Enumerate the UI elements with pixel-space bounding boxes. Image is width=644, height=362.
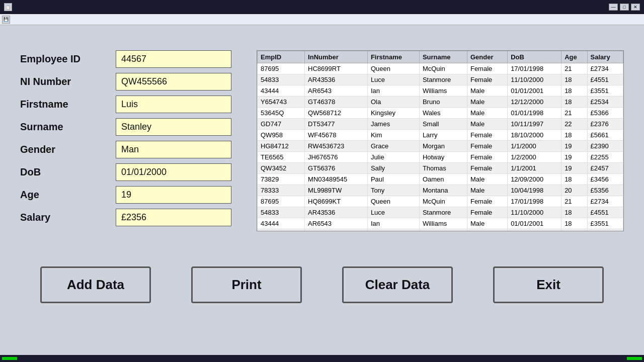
cell-salary: £2390 [587,141,623,152]
input-employee-id[interactable] [116,50,231,68]
table-row[interactable]: Y654743GT46378OlaBrunoMale12/12/200018£2… [258,229,623,232]
cell-empid: 53645Q [258,108,305,119]
table-header-row: EmpIDInNumberFirstnameSurnameGenderDoBAg… [258,51,623,63]
form-row-age: Age [20,186,247,204]
cell-gender: Female [467,152,507,163]
cell-firstname: Luce [367,207,419,218]
cell-firstname: Ian [367,218,419,229]
input-ni-number[interactable] [116,73,231,90]
label-surname: Surname [20,121,111,133]
cell-firstname: Queen [367,63,419,74]
cell-innumber: AR6543 [305,85,368,97]
cell-surname: McQuin [419,63,467,74]
cell-surname: Morgan [419,141,467,152]
form-row-salary: Salary [20,209,247,226]
cell-age: 18 [561,174,587,185]
cell-gender: Male [467,229,507,232]
form-row-gender: Gender [20,141,247,158]
cell-salary: £2734 [587,196,623,207]
label-ni-number: NI Number [20,76,111,87]
col-header-dob: DoB [508,51,561,63]
label-gender: Gender [20,144,111,155]
cell-age: 19 [561,152,587,163]
cell-empid: 43444 [258,85,305,97]
cell-salary: £2734 [587,63,623,74]
window-controls[interactable]: — □ ✕ [609,4,640,11]
table-row[interactable]: 78333ML9989TWTonyMontanaMale10/04/199820… [258,185,623,196]
cell-gender: Male [467,85,507,97]
input-surname[interactable] [116,118,231,136]
table-row[interactable]: 87695HC8699RTQueenMcQuinFemale17/01/1998… [258,63,623,74]
label-employee-id: Employee ID [20,53,111,65]
cell-empid: 87695 [258,63,305,74]
form-row-surname: Surname [20,118,247,136]
cell-empid: 78333 [258,185,305,196]
table-row[interactable]: 87695HQ8699KTQueenMcQuinFemale17/01/1998… [258,196,623,207]
clear-data-button[interactable]: Clear Data [342,266,453,303]
table-row[interactable]: 54833AR43536LuceStanmoreFemale11/10/2000… [258,74,623,85]
table-row[interactable]: 53645QQW568712KingsleyWalesMale01/01/199… [258,108,623,119]
table-row[interactable]: 73829MN03489545PaulOamenMale12/09/200018… [258,174,623,185]
add-data-button[interactable]: Add Data [40,266,151,303]
cell-surname: McQuin [419,196,467,207]
table-row[interactable]: QW3452GT56376SallyThomasFemale1/1/200119… [258,163,623,174]
cell-gender: Male [467,119,507,130]
cell-age: 19 [561,141,587,152]
table-row[interactable]: Y654743GT46378OlaBrunoMale12/12/200018£2… [258,97,623,108]
cell-dob: 01/01/2001 [508,85,561,97]
employee-table: EmpIDInNumberFirstnameSurnameGenderDoBAg… [257,51,623,231]
cell-age: 19 [561,163,587,174]
cell-age: 18 [561,97,587,108]
table-header: EmpIDInNumberFirstnameSurnameGenderDoBAg… [258,51,623,63]
cell-innumber: AR6543 [305,218,368,229]
cell-salary: £5661 [587,130,623,141]
input-salary[interactable] [116,209,231,226]
table-row[interactable]: 43444AR6543IanWilliamsMale01/01/200118£3… [258,85,623,97]
cell-innumber: GT46378 [305,229,368,232]
cell-age: 18 [561,85,587,97]
input-age[interactable] [116,186,231,204]
cell-firstname: Paul [367,174,419,185]
cell-innumber: AR43536 [305,74,368,85]
exit-button[interactable]: Exit [493,266,604,303]
cell-innumber: AR43536 [305,207,368,218]
label-firstname: Firstname [20,99,111,110]
input-firstname[interactable] [116,96,231,113]
input-gender[interactable] [116,141,231,158]
cell-salary: £3551 [587,218,623,229]
cell-empid: 43444 [258,218,305,229]
input-dob[interactable] [116,163,231,181]
minimize-button[interactable]: — [609,4,618,11]
print-button[interactable]: Print [191,266,302,303]
close-button[interactable]: ✕ [631,4,640,11]
bottom-indicator-left [2,357,17,360]
buttons-row: Add DataPrintClear DataExit [0,266,644,303]
maximize-button[interactable]: □ [620,4,629,11]
cell-firstname: Kim [367,130,419,141]
cell-dob: 18/10/2000 [508,130,561,141]
table-row[interactable]: TE6565JH676576JulieHotwayFemale1/2/20001… [258,152,623,163]
cell-innumber: GT56376 [305,163,368,174]
cell-salary: £3551 [587,85,623,97]
cell-salary: £4551 [587,74,623,85]
table-row[interactable]: GD747DT53477JamesSmallMale10/11/199722£2… [258,119,623,130]
cell-firstname: Sally [367,163,419,174]
cell-dob: 12/12/2000 [508,97,561,108]
cell-empid: 87695 [258,196,305,207]
cell-empid: 54833 [258,207,305,218]
table-row[interactable]: 43444AR6543IanWilliamsMale01/01/200118£3… [258,218,623,229]
label-salary: Salary [20,212,111,223]
cell-gender: Female [467,130,507,141]
cell-salary: £2534 [587,97,623,108]
col-header-innumber: InNumber [305,51,368,63]
cell-firstname: Grace [367,141,419,152]
table-row[interactable]: 54833AR43536LuceStanmoreFemale11/10/2000… [258,207,623,218]
table-row[interactable]: QW958WF45678KimLarryFemale18/10/200018£5… [258,130,623,141]
data-table-section: EmpIDInNumberFirstnameSurnameGenderDoBAg… [257,50,624,231]
cell-empid: QW3452 [258,163,305,174]
cell-age: 18 [561,207,587,218]
table-row[interactable]: HG84712RW4536723GraceMorganFemale1/1/200… [258,141,623,152]
cell-empid: Y654743 [258,97,305,108]
table-container[interactable]: EmpIDInNumberFirstnameSurnameGenderDoBAg… [257,51,623,231]
cell-gender: Female [467,63,507,74]
